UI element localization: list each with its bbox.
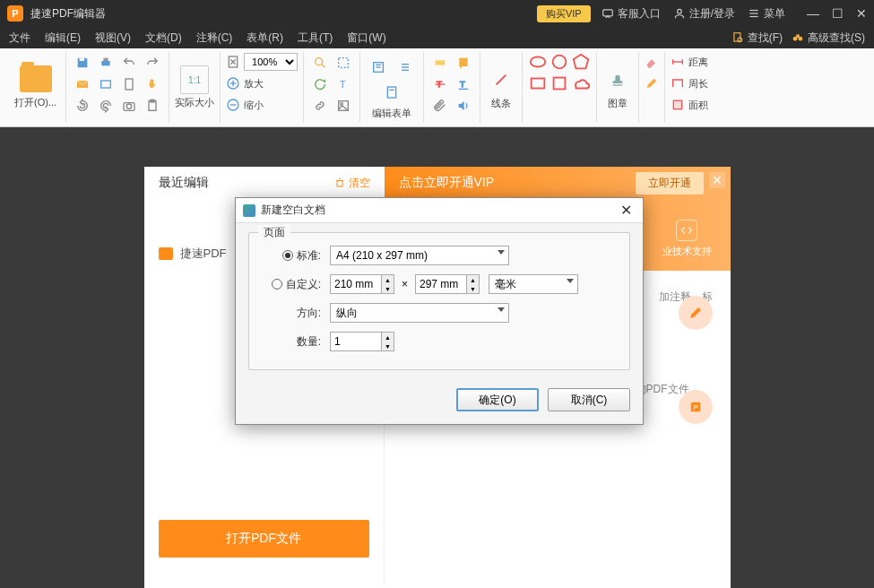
actual-size-button[interactable]: 1:1 [180, 65, 209, 94]
scan-button[interactable] [95, 74, 117, 95]
hand-button[interactable] [142, 74, 163, 95]
buy-vip-button[interactable]: 购买VIP [537, 5, 591, 22]
stamp-button[interactable] [602, 65, 633, 95]
cancel-button[interactable]: 取消(C) [548, 388, 630, 411]
svg-rect-41 [459, 58, 467, 66]
menu-comment[interactable]: 注释(C) [196, 30, 233, 46]
svg-rect-56 [673, 100, 681, 108]
menu-view[interactable]: 视图(V) [95, 30, 131, 46]
select-text-button[interactable] [333, 52, 354, 74]
note-button[interactable] [453, 52, 474, 74]
perimeter-button[interactable]: 周长 [671, 74, 708, 93]
zoom-out-button[interactable]: 缩小 [226, 95, 298, 115]
dialog-titlebar[interactable]: 新建空白文档 ✕ [236, 198, 643, 223]
area-button[interactable]: 面积 [671, 95, 708, 115]
link-icon [313, 99, 327, 113]
shape-oval-button[interactable] [528, 52, 548, 72]
minimize-button[interactable]: — [807, 6, 819, 21]
customer-service-button[interactable]: 客服入口 [601, 6, 661, 22]
menu-form[interactable]: 表单(R) [247, 30, 283, 46]
maximize-button[interactable]: ☐ [832, 6, 844, 21]
fit-page-icon[interactable] [226, 55, 240, 69]
link-button[interactable] [309, 95, 331, 117]
distance-button[interactable]: 距离 [671, 52, 708, 72]
print-button[interactable] [95, 52, 117, 74]
page-section-label: 页面 [258, 225, 290, 240]
svg-rect-5 [734, 33, 740, 41]
oval-icon [528, 52, 548, 72]
rotate-right-button[interactable] [95, 95, 117, 117]
doc-button[interactable] [118, 74, 140, 95]
height-input[interactable]: 297 mm ▲▼ [415, 274, 480, 294]
zoom-in-button[interactable]: 放大 [226, 74, 298, 93]
spin-down-button[interactable]: ▼ [466, 284, 479, 293]
highlight-button[interactable] [429, 52, 451, 74]
svg-rect-51 [554, 78, 566, 90]
clipboard-button[interactable] [142, 95, 163, 117]
dialog-close-button[interactable]: ✕ [617, 202, 636, 219]
advanced-find-button[interactable]: 高级查找(S) [792, 30, 865, 46]
open-file-button[interactable]: 打开(O)... [5, 52, 66, 123]
menu-document[interactable]: 文档(D) [145, 30, 182, 46]
audio-button[interactable] [453, 95, 474, 117]
snapshot-button[interactable] [118, 95, 140, 117]
spin-up-button[interactable]: ▲ [381, 333, 394, 342]
hamburger-menu-button[interactable]: 菜单 [748, 6, 785, 22]
width-input[interactable]: 210 mm ▲▼ [330, 274, 394, 294]
strikeout-button[interactable]: T [429, 74, 451, 95]
shape-square-button[interactable] [549, 74, 569, 93]
standard-radio[interactable] [282, 250, 293, 261]
form-list-button[interactable] [393, 55, 418, 80]
rect-icon [528, 74, 548, 93]
zoom-select[interactable]: 100% [244, 53, 298, 71]
image-button[interactable] [333, 95, 354, 117]
shape-circle-button[interactable] [549, 52, 569, 72]
spin-down-button[interactable]: ▼ [381, 342, 394, 350]
shape-polygon-button[interactable] [571, 52, 591, 72]
vip-subscribe-button[interactable]: 立即开通 [636, 172, 704, 195]
form-text-button[interactable] [366, 55, 391, 80]
find-button[interactable]: 查找(F) [731, 30, 783, 46]
clear-recent-button[interactable]: 清空 [334, 176, 370, 191]
form-text-icon [371, 60, 385, 74]
line-tool-button[interactable] [486, 65, 516, 95]
menu-file[interactable]: 文件 [9, 30, 30, 46]
edit-form-button[interactable] [379, 80, 404, 105]
login-button[interactable]: 注册/登录 [673, 6, 735, 22]
save-button[interactable] [72, 52, 93, 74]
rotate-left-icon [75, 99, 90, 113]
attach-button[interactable] [429, 95, 451, 117]
menu-edit[interactable]: 编辑(E) [45, 30, 81, 46]
recent-title: 最近编辑 [159, 175, 209, 191]
spin-up-button[interactable]: ▲ [381, 275, 394, 284]
quantity-input[interactable]: 1 ▲▼ [330, 332, 394, 351]
spin-up-button[interactable]: ▲ [466, 275, 479, 284]
menu-tools[interactable]: 工具(T) [298, 30, 333, 46]
menu-window[interactable]: 窗口(W) [347, 30, 385, 46]
close-button[interactable]: ✕ [856, 6, 867, 21]
shape-rect-button[interactable] [528, 74, 548, 93]
rotate-left-button[interactable] [72, 95, 93, 117]
undo-button[interactable] [118, 52, 140, 74]
underline-button[interactable]: T [453, 74, 474, 95]
text-tool-button[interactable]: T [333, 74, 354, 95]
open-pdf-button[interactable]: 打开PDF文件 [159, 520, 369, 558]
marquee-zoom-button[interactable] [309, 52, 331, 74]
refresh-button[interactable] [309, 74, 331, 95]
custom-radio[interactable] [272, 279, 282, 290]
pencil-button[interactable] [645, 74, 659, 93]
square-icon [549, 74, 569, 93]
eraser-button[interactable] [645, 52, 659, 72]
spin-down-button[interactable]: ▼ [381, 284, 394, 293]
banner-close-button[interactable]: ✕ [709, 172, 725, 188]
standard-size-select[interactable]: A4 (210 x 297 mm) [330, 246, 509, 265]
svg-point-31 [341, 103, 343, 106]
unit-select[interactable]: 毫米 [489, 274, 578, 294]
orientation-select[interactable]: 纵向 [330, 303, 509, 323]
ok-button[interactable]: 确定(O) [456, 388, 539, 411]
svg-rect-40 [436, 60, 446, 65]
doc-icon [122, 77, 136, 91]
redo-button[interactable] [142, 52, 163, 74]
email-button[interactable] [72, 74, 93, 95]
shape-cloud-button[interactable] [571, 74, 591, 93]
